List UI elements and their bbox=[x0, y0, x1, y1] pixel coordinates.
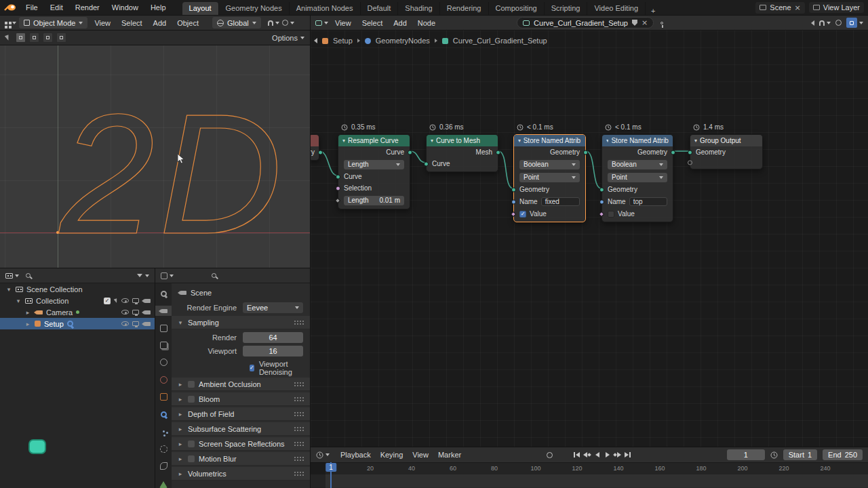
bloom-checkbox[interactable] bbox=[188, 396, 195, 403]
workspace-tab-video-editing[interactable]: Video Editing bbox=[587, 2, 646, 15]
node-store-named-attribute-2[interactable]: < 0.1 ms ▾ Store Named Attribute Geometr… bbox=[601, 134, 673, 222]
overlays-icon[interactable] bbox=[835, 20, 842, 26]
play-reverse-button[interactable] bbox=[592, 450, 602, 460]
workspace-tab-rendering[interactable]: Rendering bbox=[440, 2, 489, 15]
panel-motion-blur[interactable]: ▸ Motion Blur bbox=[172, 452, 310, 466]
view-layer-selector[interactable]: View Layer bbox=[809, 2, 864, 13]
disclosure-triangle-icon[interactable]: ▸ bbox=[24, 309, 31, 316]
proportional-editing-button[interactable] bbox=[282, 20, 294, 26]
editor-type-button[interactable] bbox=[5, 22, 16, 24]
viewport-menu-object[interactable]: Object bbox=[173, 19, 203, 27]
outliner-row-setup[interactable]: ▸ Setup bbox=[0, 318, 155, 329]
viewport-menu-select[interactable]: Select bbox=[117, 19, 146, 27]
name-text-field[interactable]: top bbox=[629, 197, 667, 206]
add-workspace-button[interactable]: + bbox=[646, 7, 660, 15]
node-group-output[interactable]: 1.4 ms ▾ Group Output Geometry bbox=[690, 134, 763, 169]
breadcrumb-modifier[interactable]: GeometryNodes bbox=[376, 37, 430, 45]
length-value-field[interactable]: Length 0.01 m bbox=[344, 196, 404, 205]
workspace-tab-layout[interactable]: Layout bbox=[182, 2, 219, 15]
disable-viewport-icon[interactable] bbox=[132, 298, 139, 303]
domain-dropdown[interactable]: Point bbox=[608, 173, 667, 182]
end-frame-field[interactable]: End 250 bbox=[823, 449, 863, 460]
data-type-dropdown[interactable]: Boolean bbox=[608, 160, 667, 169]
ssr-checkbox[interactable] bbox=[188, 441, 195, 447]
workspace-tab-compositing[interactable]: Compositing bbox=[489, 2, 545, 15]
collapse-node-icon[interactable]: ▾ bbox=[431, 138, 433, 144]
name-input-socket[interactable] bbox=[599, 199, 604, 204]
panel-grip[interactable] bbox=[294, 320, 304, 325]
tab-output[interactable] bbox=[155, 323, 172, 333]
timeline-menu-marker[interactable]: Marker bbox=[434, 451, 465, 459]
node-editor-type-button[interactable] bbox=[315, 20, 328, 26]
search-icon[interactable] bbox=[26, 273, 31, 278]
geometry-output-socket[interactable] bbox=[318, 150, 323, 155]
geometry-output-socket[interactable] bbox=[671, 150, 675, 155]
length-input-socket[interactable] bbox=[335, 197, 340, 203]
panel-grip[interactable] bbox=[294, 456, 304, 462]
current-frame-field[interactable]: 1 bbox=[727, 449, 765, 460]
collapse-node-icon[interactable]: ▾ bbox=[694, 138, 697, 144]
blender-logo-icon[interactable] bbox=[4, 3, 16, 13]
disable-render-icon[interactable] bbox=[144, 322, 151, 326]
go-to-parent-node-tree-icon[interactable] bbox=[811, 20, 814, 26]
panel-grip[interactable] bbox=[294, 382, 304, 387]
name-text-field[interactable]: fixed bbox=[541, 197, 580, 206]
outliner-editor-type-button[interactable] bbox=[5, 273, 19, 279]
transform-orientation-dropdown[interactable]: Global bbox=[212, 17, 261, 28]
hide-eye-icon[interactable] bbox=[121, 310, 129, 314]
hide-eye-icon[interactable] bbox=[121, 321, 129, 326]
disclosure-triangle-icon[interactable]: ▸ bbox=[24, 321, 31, 327]
timeline-track-area[interactable] bbox=[311, 474, 868, 487]
node-curve-to-mesh[interactable]: 0.36 ms ▾ Curve to Mesh Mesh Curve bbox=[426, 134, 498, 172]
node-menu-node[interactable]: Node bbox=[414, 19, 439, 27]
select-mode-subtract-button[interactable] bbox=[43, 33, 53, 43]
disclosure-triangle-icon[interactable]: ▾ bbox=[5, 286, 12, 293]
breadcrumb-object[interactable]: Setup bbox=[333, 37, 353, 45]
disable-render-icon[interactable] bbox=[144, 299, 151, 303]
viewport-menu-add[interactable]: Add bbox=[149, 19, 171, 27]
ambient-occlusion-checkbox[interactable] bbox=[188, 381, 195, 388]
tab-view-layer[interactable] bbox=[155, 340, 172, 350]
geometry-input-socket[interactable] bbox=[599, 187, 604, 192]
curve-input-socket[interactable] bbox=[424, 161, 429, 166]
menu-edit[interactable]: Edit bbox=[45, 3, 68, 12]
3d-viewport[interactable]: 2D bbox=[0, 45, 310, 268]
viewport-menu-view[interactable]: View bbox=[90, 19, 115, 27]
node-store-named-attribute-1[interactable]: < 0.1 ms ▾ Store Named Attrib... Geometr… bbox=[513, 134, 586, 222]
value-checkbox[interactable]: ✓ bbox=[519, 211, 526, 218]
tab-render[interactable] bbox=[155, 306, 172, 315]
menu-render[interactable]: Render bbox=[70, 3, 105, 12]
breadcrumb-back-icon[interactable] bbox=[314, 38, 317, 43]
geometry-node-editor[interactable]: Setup GeometryNodes Curve_Curl_Gradient_… bbox=[311, 30, 868, 447]
panel-grip[interactable] bbox=[294, 411, 304, 417]
motion-blur-checkbox[interactable] bbox=[188, 455, 195, 462]
node-resample-curve[interactable]: 0.35 ms ▾ Resample Curve Curve Length Cu… bbox=[338, 134, 410, 209]
value-input-socket[interactable] bbox=[511, 211, 516, 216]
select-mode-new-button[interactable] bbox=[16, 33, 26, 43]
viewport-denoising-checkbox[interactable]: ✓ bbox=[250, 365, 254, 371]
previous-keyframe-button[interactable] bbox=[582, 450, 592, 460]
panel-bloom[interactable]: ▸ Bloom bbox=[172, 392, 310, 406]
timeline-menu-view[interactable]: View bbox=[408, 451, 433, 459]
snap-toggle-button[interactable] bbox=[268, 20, 279, 26]
tab-constraints[interactable] bbox=[155, 461, 172, 470]
panel-depth-of-field[interactable]: ▸ Depth of Field bbox=[172, 407, 310, 421]
outliner-row-scene-collection[interactable]: ▾ Scene Collection bbox=[0, 283, 155, 295]
panel-screen-space-reflections[interactable]: ▸ Screen Space Reflections bbox=[172, 437, 310, 451]
jump-to-start-button[interactable] bbox=[572, 450, 582, 460]
node-menu-view[interactable]: View bbox=[331, 19, 355, 27]
domain-dropdown[interactable]: Point bbox=[519, 173, 580, 182]
panel-subsurface-scattering[interactable]: ▸ Subsurface Scattering bbox=[172, 422, 310, 436]
panel-grip[interactable] bbox=[294, 396, 304, 402]
properties-search-icon[interactable] bbox=[212, 273, 216, 278]
geometry-input-socket[interactable] bbox=[511, 187, 516, 192]
pin-icon[interactable] bbox=[660, 22, 663, 24]
disable-viewport-icon[interactable] bbox=[132, 310, 139, 314]
outliner-filter-button[interactable] bbox=[137, 274, 149, 277]
outliner-row-camera[interactable]: ▸ Camera bbox=[0, 306, 155, 318]
timeline-menu-keying[interactable]: Keying bbox=[376, 451, 408, 459]
timeline-menu-playback[interactable]: Playback bbox=[336, 451, 375, 459]
unlink-node-tree-icon[interactable]: × bbox=[642, 18, 648, 27]
tab-world[interactable] bbox=[155, 375, 172, 384]
scene-selector[interactable]: Scene × bbox=[755, 2, 804, 14]
